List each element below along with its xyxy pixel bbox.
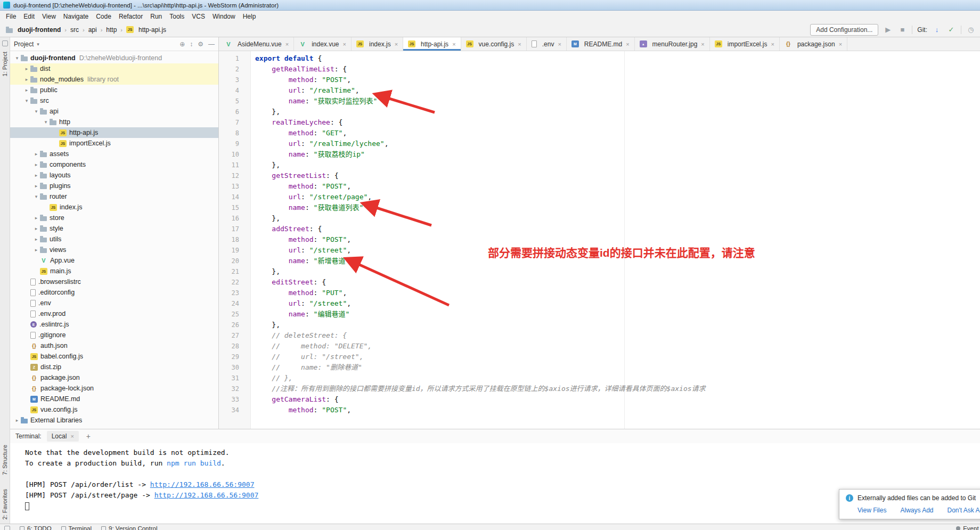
gear-icon[interactable]: ⚙ (198, 40, 203, 48)
expand-arrow-icon[interactable]: ▸ (32, 183, 40, 189)
tree-item-package-lock-json[interactable]: {}package-lock.json (10, 383, 218, 394)
statusbar-terminal[interactable]: Terminal (61, 525, 92, 530)
tree-item-env-prod[interactable]: .env.prod (10, 308, 218, 319)
tool-window-structure[interactable]: 7: Structure (2, 445, 8, 475)
history-icon[interactable]: ◷ (966, 26, 976, 34)
tab-env[interactable]: .env× (527, 37, 567, 51)
breadcrumb-item-api[interactable]: api (87, 26, 99, 34)
tree-item-http-api-js[interactable]: JShttp-api.js (10, 127, 218, 138)
new-terminal-icon[interactable]: + (84, 432, 93, 441)
tree-item-node-modules[interactable]: ▸node_moduleslibrary root (10, 74, 218, 85)
breadcrumb-item-http-api-js[interactable]: JShttp-api.js (125, 26, 168, 34)
tab-http-api-js[interactable]: JShttp-api.js× (403, 37, 461, 51)
terminal-output[interactable]: Note that the development build is not o… (10, 443, 980, 524)
tree-item-app-vue[interactable]: VApp.vue (10, 255, 218, 266)
expand-arrow-icon[interactable]: ▾ (32, 194, 40, 199)
tree-item-src[interactable]: ▾src (10, 95, 218, 106)
tree-item-importexcel-js[interactable]: JSimportExcel.js (10, 138, 218, 149)
expand-arrow-icon[interactable]: ▸ (32, 173, 40, 178)
tab-index-js[interactable]: JSindex.js× (352, 37, 403, 51)
collapse-all-icon[interactable]: ↕ (190, 40, 193, 48)
expand-arrow-icon[interactable]: ▾ (13, 55, 21, 61)
breadcrumb-item-duoji-frontend[interactable]: duoji-frontend (4, 26, 62, 34)
notification-action-view-files[interactable]: View Files (858, 507, 886, 514)
tab-menurouter-jpg[interactable]: ▲menuRouter.jpg× (635, 37, 710, 51)
expand-arrow-icon[interactable]: ▸ (32, 237, 40, 242)
breadcrumb-item-http[interactable]: http (104, 26, 118, 34)
tab-close-icon[interactable]: × (285, 41, 289, 47)
expand-arrow-icon[interactable]: ▸ (32, 226, 40, 231)
expand-arrow-icon[interactable]: ▸ (32, 215, 40, 221)
menu-item-view[interactable]: View (38, 12, 60, 21)
tree-item-index-js[interactable]: JSindex.js (10, 202, 218, 213)
expand-arrow-icon[interactable]: ▾ (23, 98, 30, 103)
tab-close-icon[interactable]: × (518, 41, 521, 47)
tab-readme-md[interactable]: MREADME.md× (567, 37, 635, 51)
locate-file-icon[interactable]: ⊕ (179, 40, 185, 48)
code-editor[interactable]: 1export default {2 getRealTimeList: {3 m… (219, 51, 980, 429)
menu-item-file[interactable]: File (2, 12, 20, 21)
tree-item-plugins[interactable]: ▸plugins (10, 181, 218, 191)
tool-stripe-icon[interactable] (2, 40, 8, 46)
tree-item-external-libraries[interactable]: ▸External Libraries (10, 415, 218, 426)
chevron-down-icon[interactable]: ▾ (37, 42, 39, 47)
tree-item-api[interactable]: ▾api (10, 106, 218, 117)
expand-arrow-icon[interactable]: ▸ (13, 418, 21, 423)
tab-package-json[interactable]: {}package.json× (780, 37, 847, 51)
tree-item-main-js[interactable]: JSmain.js (10, 266, 218, 276)
notification-action-don-t-ask-again[interactable]: Don't Ask Again (948, 507, 980, 514)
menu-item-window[interactable]: Window (209, 12, 239, 21)
tree-item-vue-config-js[interactable]: JSvue.config.js (10, 404, 218, 415)
event-log-button[interactable]: Event Log (956, 525, 980, 530)
tab-close-icon[interactable]: × (771, 41, 774, 47)
tab-close-icon[interactable]: × (395, 41, 398, 47)
tree-item-components[interactable]: ▸components (10, 159, 218, 170)
notification-action-always-add[interactable]: Always Add (900, 507, 933, 514)
menu-item-vcs[interactable]: VCS (188, 12, 209, 21)
tree-item-views[interactable]: ▸views (10, 244, 218, 255)
expand-arrow-icon[interactable]: ▾ (32, 109, 40, 114)
terminal-tab-local[interactable]: Local × (47, 431, 79, 442)
tree-item-readme-md[interactable]: MREADME.md (10, 394, 218, 404)
menu-item-navigate[interactable]: Navigate (60, 12, 92, 21)
terminal-link[interactable]: http://192.168.66.56:9007 (154, 491, 259, 499)
expand-arrow-icon[interactable]: ▾ (42, 119, 50, 125)
tab-index-vue[interactable]: Vindex.vue× (294, 37, 352, 51)
tree-item-assets[interactable]: ▸assets (10, 149, 218, 159)
tree-item-style[interactable]: ▸style (10, 223, 218, 234)
tab-close-icon[interactable]: × (452, 41, 455, 47)
add-configuration-button[interactable]: Add Configuration... (810, 24, 878, 36)
tab-close-icon[interactable]: × (343, 41, 346, 47)
tree-item-auth-json[interactable]: {}auth.json (10, 340, 218, 351)
tree-item-router[interactable]: ▾router (10, 191, 218, 202)
tree-item-store[interactable]: ▸store (10, 213, 218, 223)
tree-item-babel-config-js[interactable]: JSbabel.config.js (10, 351, 218, 362)
menu-item-run[interactable]: Run (146, 12, 166, 21)
tool-window-switcher-icon[interactable] (4, 526, 10, 530)
terminal-link[interactable]: http://192.168.66.56:9007 (150, 480, 255, 488)
statusbar-9-version-control[interactable]: 9: Version Control (101, 525, 157, 530)
expand-arrow-icon[interactable]: ▸ (32, 162, 40, 167)
project-view-selector[interactable]: Project (14, 40, 34, 48)
tab-vue-config-js[interactable]: JSvue.config.js× (461, 37, 527, 51)
breadcrumb-item-src[interactable]: src (69, 26, 80, 34)
tool-window-favorites[interactable]: 2: Favorites (2, 489, 8, 519)
tab-close-icon[interactable]: × (626, 41, 629, 47)
debug-icon[interactable]: ■ (897, 26, 907, 34)
close-icon[interactable]: × (70, 433, 74, 439)
expand-arrow-icon[interactable]: ▸ (23, 77, 30, 82)
vcs-update-icon[interactable]: ↓ (932, 26, 942, 34)
expand-arrow-icon[interactable]: ▸ (32, 247, 40, 252)
tree-item-gitignore[interactable]: .gitignore (10, 330, 218, 340)
menu-item-help[interactable]: Help (239, 12, 260, 21)
menu-item-tools[interactable]: Tools (166, 12, 188, 21)
hide-panel-icon[interactable]: — (208, 40, 215, 48)
tab-close-icon[interactable]: × (701, 41, 704, 47)
menu-item-edit[interactable]: Edit (20, 12, 38, 21)
tool-window-project[interactable]: 1: Project (2, 52, 8, 76)
tab-close-icon[interactable]: × (558, 41, 561, 47)
tree-item-eslintrc-js[interactable]: E.eslintrc.js (10, 319, 218, 330)
expand-arrow-icon[interactable]: ▸ (23, 66, 30, 71)
tree-item-utils[interactable]: ▸utils (10, 234, 218, 244)
tab-asidemenu-vue[interactable]: VAsideMenu.vue× (220, 37, 294, 51)
